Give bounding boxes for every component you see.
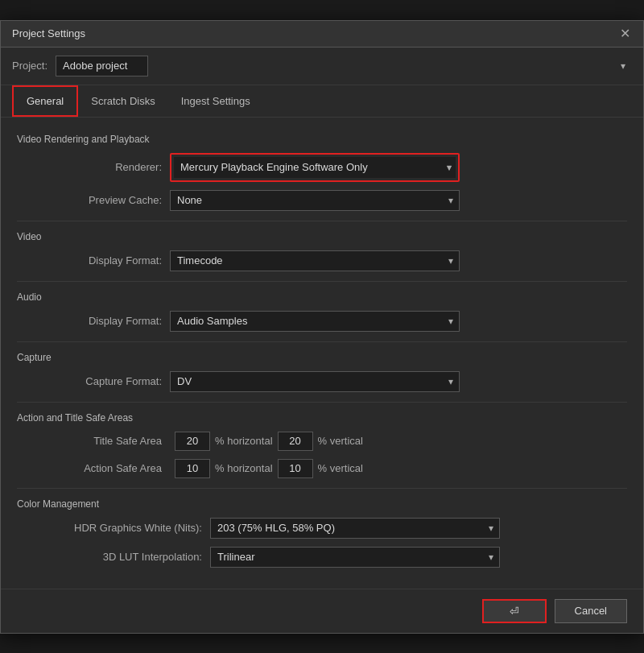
action-safe-horizontal-unit: % horizontal bbox=[215, 462, 273, 474]
close-button[interactable]: ✕ bbox=[618, 27, 632, 40]
project-select-wrapper: Adobe project bbox=[56, 56, 632, 76]
preview-cache-select-wrapper: None bbox=[170, 190, 460, 211]
section-video-rendering: Video Rendering and Playback Renderer: M… bbox=[17, 134, 627, 211]
audio-display-format-wrapper: Audio Samples bbox=[170, 311, 460, 332]
action-safe-area-horizontal-input[interactable] bbox=[175, 459, 210, 478]
section-safe-areas: Action and Title Safe Areas Title Safe A… bbox=[17, 412, 627, 478]
preview-cache-row: Preview Cache: None bbox=[17, 190, 627, 211]
title-safe-area-label: Title Safe Area bbox=[65, 435, 170, 447]
video-display-format-wrapper: Timecode bbox=[170, 250, 460, 271]
project-row: Project: Adobe project bbox=[1, 48, 643, 85]
title-safe-horizontal-unit: % horizontal bbox=[215, 435, 273, 447]
video-display-format-select[interactable]: Timecode bbox=[170, 250, 460, 271]
divider-capture bbox=[17, 341, 627, 342]
project-label: Project: bbox=[12, 60, 47, 72]
title-safe-area-horizontal-input[interactable] bbox=[175, 432, 210, 451]
preview-cache-select[interactable]: None bbox=[170, 190, 460, 211]
audio-display-format-select[interactable]: Audio Samples bbox=[170, 311, 460, 332]
renderer-select-wrapper: Mercury Playback Engine Software Only ▾ bbox=[170, 153, 460, 182]
project-settings-dialog: Project Settings ✕ Project: Adobe projec… bbox=[0, 20, 644, 634]
video-display-format-row: Display Format: Timecode bbox=[17, 250, 627, 271]
dialog-footer: ⏎ Cancel bbox=[1, 589, 643, 633]
audio-display-format-row: Display Format: Audio Samples bbox=[17, 311, 627, 332]
ok-icon: ⏎ bbox=[510, 605, 519, 618]
capture-format-select[interactable]: DV bbox=[170, 371, 460, 392]
renderer-row: Renderer: Mercury Playback Engine Softwa… bbox=[17, 153, 627, 182]
section-title-video-rendering: Video Rendering and Playback bbox=[17, 134, 627, 145]
action-safe-area-label: Action Safe Area bbox=[65, 462, 170, 474]
section-video: Video Display Format: Timecode bbox=[17, 231, 627, 271]
section-title-audio: Audio bbox=[17, 291, 627, 303]
capture-format-row: Capture Format: DV bbox=[17, 371, 627, 392]
video-display-format-label: Display Format: bbox=[65, 254, 170, 267]
lut-label: 3D LUT Interpolation: bbox=[65, 551, 210, 563]
section-title-color-management: Color Management bbox=[17, 498, 627, 510]
title-bar: Project Settings ✕ bbox=[1, 21, 643, 48]
section-title-video: Video bbox=[17, 231, 627, 242]
project-select[interactable]: Adobe project bbox=[56, 56, 148, 76]
section-title-safe-areas: Action and Title Safe Areas bbox=[17, 412, 627, 424]
section-color-management: Color Management HDR Graphics White (Nit… bbox=[17, 498, 627, 568]
hdr-select-wrapper: 203 (75% HLG, 58% PQ) bbox=[210, 518, 500, 539]
dialog-title: Project Settings bbox=[12, 27, 85, 39]
hdr-label: HDR Graphics White (Nits): bbox=[65, 522, 210, 534]
capture-format-wrapper: DV bbox=[170, 371, 460, 392]
divider-safe-areas bbox=[17, 402, 627, 403]
action-safe-area-vertical-input[interactable] bbox=[278, 459, 313, 478]
preview-cache-label: Preview Cache: bbox=[65, 194, 170, 206]
tab-scratch-disks[interactable]: Scratch Disks bbox=[78, 85, 167, 117]
section-capture: Capture Capture Format: DV bbox=[17, 352, 627, 392]
lut-select[interactable]: Trilinear bbox=[210, 547, 500, 568]
title-safe-vertical-unit: % vertical bbox=[318, 435, 363, 447]
tab-ingest-settings[interactable]: Ingest Settings bbox=[168, 85, 263, 117]
hdr-select[interactable]: 203 (75% HLG, 58% PQ) bbox=[210, 518, 500, 539]
hdr-row: HDR Graphics White (Nits): 203 (75% HLG,… bbox=[17, 518, 627, 539]
tab-general[interactable]: General bbox=[12, 85, 78, 117]
content-area: Video Rendering and Playback Renderer: M… bbox=[1, 118, 643, 589]
action-safe-vertical-unit: % vertical bbox=[318, 462, 363, 474]
action-safe-area-row: Action Safe Area % horizontal % vertical bbox=[17, 459, 627, 478]
divider-audio bbox=[17, 281, 627, 282]
title-safe-area-row: Title Safe Area % horizontal % vertical bbox=[17, 432, 627, 451]
capture-format-label: Capture Format: bbox=[65, 375, 170, 387]
ok-button[interactable]: ⏎ bbox=[482, 599, 547, 623]
tabs-bar: General Scratch Disks Ingest Settings bbox=[1, 85, 643, 118]
lut-select-wrapper: Trilinear bbox=[210, 547, 500, 568]
audio-display-format-label: Display Format: bbox=[65, 315, 170, 327]
lut-row: 3D LUT Interpolation: Trilinear bbox=[17, 547, 627, 568]
cancel-button[interactable]: Cancel bbox=[555, 599, 627, 623]
section-audio: Audio Display Format: Audio Samples bbox=[17, 291, 627, 332]
divider-video bbox=[17, 221, 627, 221]
renderer-label: Renderer: bbox=[65, 161, 170, 173]
title-safe-area-vertical-input[interactable] bbox=[278, 432, 313, 451]
divider-color bbox=[17, 488, 627, 489]
section-title-capture: Capture bbox=[17, 352, 627, 363]
renderer-select[interactable]: Mercury Playback Engine Software Only bbox=[174, 157, 456, 178]
